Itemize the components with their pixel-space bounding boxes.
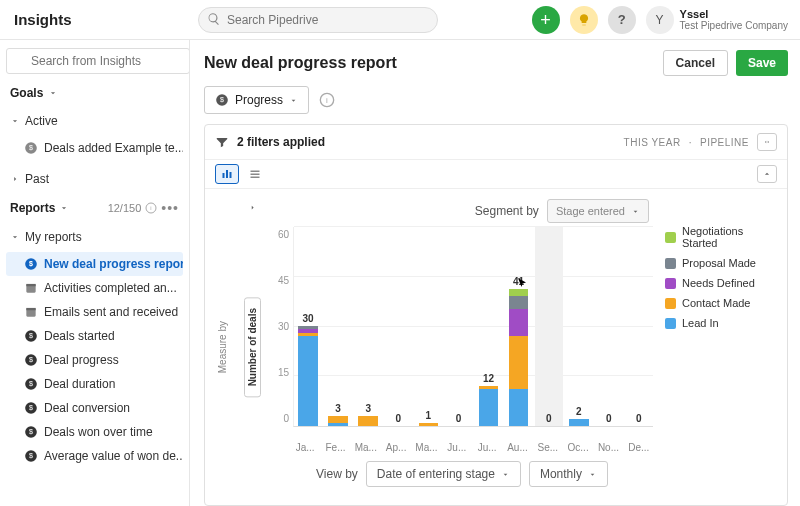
bar-segment: [358, 416, 378, 426]
svg-text:$: $: [29, 356, 33, 363]
legend-item[interactable]: Proposal Made: [665, 257, 775, 269]
dollar-icon: $: [24, 377, 38, 391]
chevron-down-icon: [10, 232, 20, 242]
svg-text:i: i: [151, 205, 152, 211]
bar-column[interactable]: 0: [595, 227, 623, 426]
sidebar-item[interactable]: $New deal progress report: [6, 252, 183, 276]
legend-item[interactable]: Lead In: [665, 317, 775, 329]
sidebar-item[interactable]: $Deals started: [6, 324, 183, 348]
bar-total: 30: [302, 313, 313, 324]
view-by-select[interactable]: Date of entering stage: [366, 461, 521, 487]
bar-column[interactable]: 0: [444, 227, 472, 426]
bar-total: 0: [456, 413, 462, 424]
bar-column[interactable]: 0: [535, 227, 563, 426]
help-button[interactable]: ?: [608, 6, 636, 34]
chevron-down-icon: [59, 203, 69, 213]
chart-plot: 604530150 303301012410200: [271, 227, 653, 440]
user-company: Test Pipedrive Company: [680, 20, 788, 31]
segment-by-label: Segment by: [475, 204, 539, 218]
sidebar-item[interactable]: Emails sent and received: [6, 300, 183, 324]
filters-button[interactable]: 2 filters applied: [215, 135, 325, 149]
bar-column[interactable]: 12: [474, 227, 502, 426]
bar-column[interactable]: 3: [324, 227, 352, 426]
bar-segment: [509, 389, 529, 426]
period-label: THIS YEAR: [624, 137, 681, 148]
bar-total: 41: [513, 276, 524, 287]
bar-column[interactable]: 30: [294, 227, 322, 426]
x-tick: Se...: [534, 442, 562, 453]
bar-segment: [569, 419, 589, 426]
my-reports-group[interactable]: My reports: [6, 224, 183, 246]
bar-column[interactable]: 41: [505, 227, 533, 426]
dollar-icon: $: [215, 93, 229, 107]
x-tick: Ma...: [352, 442, 380, 453]
content: New deal progress report Cancel Save $ P…: [190, 40, 800, 506]
sidebar-item[interactable]: $Deals won over time: [6, 420, 183, 444]
metric-select[interactable]: $ Progress: [204, 86, 309, 114]
sidebar-item[interactable]: Activities completed an...: [6, 276, 183, 300]
dollar-icon: $: [24, 329, 38, 343]
svg-rect-31: [251, 177, 260, 179]
legend-item[interactable]: Contact Made: [665, 297, 775, 309]
x-tick: Ap...: [382, 442, 410, 453]
past-group[interactable]: Past: [6, 166, 183, 188]
tips-button[interactable]: [570, 6, 598, 34]
bar-total: 2: [576, 406, 582, 417]
chart-view-bar[interactable]: [215, 164, 239, 184]
dollar-icon: $: [24, 401, 38, 415]
legend-item[interactable]: Negotiations Started: [665, 225, 775, 249]
info-icon[interactable]: i: [145, 202, 157, 214]
chevron-right-icon: [10, 174, 20, 184]
goals-section[interactable]: Goals: [6, 80, 183, 102]
goal-item[interactable]: $ Deals added Example te...: [6, 136, 183, 160]
bar-total: 0: [395, 413, 401, 424]
collapse-button[interactable]: [757, 133, 777, 151]
sidebar-search-input[interactable]: [6, 48, 190, 74]
chevron-down-icon: [501, 470, 510, 479]
dollar-icon: $: [24, 449, 38, 463]
reports-section[interactable]: Reports 12/150 i •••: [6, 194, 183, 218]
x-tick: No...: [594, 442, 622, 453]
interval-select[interactable]: Monthly: [529, 461, 608, 487]
pipeline-label: PIPELINE: [700, 137, 749, 148]
bar-column[interactable]: 0: [384, 227, 412, 426]
x-tick: Fe...: [321, 442, 349, 453]
active-group[interactable]: Active: [6, 108, 183, 130]
svg-text:i: i: [326, 96, 328, 105]
svg-rect-27: [226, 170, 228, 178]
chevron-down-icon: [289, 96, 298, 105]
user-block[interactable]: Y Yssel Test Pipedrive Company: [646, 6, 788, 34]
bulb-icon: [577, 13, 591, 27]
bar-column[interactable]: 2: [565, 227, 593, 426]
avatar: Y: [646, 6, 674, 34]
x-tick: Ja...: [291, 442, 319, 453]
bar-segment: [509, 336, 529, 389]
bar-column[interactable]: 1: [414, 227, 442, 426]
sidebar-item[interactable]: $Deal conversion: [6, 396, 183, 420]
cancel-button[interactable]: Cancel: [663, 50, 728, 76]
more-icon[interactable]: •••: [161, 200, 179, 216]
x-tick: Oc...: [564, 442, 592, 453]
y-tick: 15: [278, 367, 289, 378]
x-tick: Ju...: [473, 442, 501, 453]
add-button[interactable]: +: [532, 6, 560, 34]
expand-button[interactable]: [757, 165, 777, 183]
bar-segment: [509, 296, 529, 309]
dollar-icon: $: [24, 425, 38, 439]
sidebar-item[interactable]: $Average value of won de...: [6, 444, 183, 468]
global-search-input[interactable]: [198, 7, 438, 33]
bar-chart-icon: [220, 168, 234, 180]
chart-view-table[interactable]: [243, 164, 267, 184]
bar-column[interactable]: 0: [625, 227, 653, 426]
bar-segment: [328, 416, 348, 423]
info-icon[interactable]: i: [319, 92, 335, 108]
yaxis-select[interactable]: Number of deals: [244, 297, 261, 397]
segment-select[interactable]: Stage entered: [547, 199, 649, 223]
sidebar-item[interactable]: $Deal progress: [6, 348, 183, 372]
svg-text:$: $: [220, 96, 224, 103]
sidebar-item[interactable]: $Deal duration: [6, 372, 183, 396]
svg-rect-9: [26, 308, 35, 310]
bar-column[interactable]: 3: [354, 227, 382, 426]
save-button[interactable]: Save: [736, 50, 788, 76]
legend-item[interactable]: Needs Defined: [665, 277, 775, 289]
